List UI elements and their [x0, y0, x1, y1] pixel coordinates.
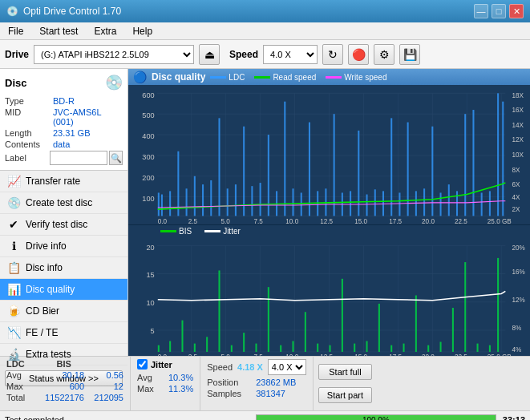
sidebar-item-drive-info[interactable]: ℹ Drive info: [0, 236, 127, 257]
menu-start-test[interactable]: Start test: [34, 24, 83, 38]
bis-avg: 0.56: [87, 370, 123, 380]
burn-button[interactable]: 🔴: [348, 44, 369, 65]
svg-rect-61: [502, 102, 504, 216]
svg-rect-129: [464, 262, 466, 352]
svg-text:20.0: 20.0: [422, 218, 435, 224]
svg-rect-132: [497, 258, 499, 352]
save-button[interactable]: 💾: [399, 44, 420, 65]
mid-label: MID: [5, 107, 53, 127]
jitter-checkbox[interactable]: [137, 359, 148, 370]
svg-rect-55: [456, 191, 458, 216]
sidebar-item-cd-bier[interactable]: 🍺 CD Bier: [0, 301, 127, 322]
speed-stat-selector[interactable]: 4.0 X: [268, 359, 306, 375]
disc-quality-header: 🔵 Disc quality LDC Read speed Write spee…: [128, 69, 530, 85]
legend-write-speed: Write speed: [344, 73, 386, 82]
svg-rect-107: [194, 343, 196, 351]
sidebar-item-verify-test[interactable]: ✔ Verify test disc: [0, 214, 127, 236]
svg-rect-109: [218, 270, 220, 352]
progress-text: 100.0%: [362, 415, 390, 421]
menu-file[interactable]: File: [3, 24, 28, 38]
menu-bar: File Start test Extra Help: [0, 22, 530, 40]
svg-rect-58: [481, 192, 483, 216]
close-button[interactable]: ✕: [509, 4, 524, 18]
verify-test-icon: ✔: [6, 218, 21, 231]
svg-text:10: 10: [146, 299, 154, 307]
sidebar-item-fe-te[interactable]: 📉 FE / TE: [0, 322, 127, 344]
svg-rect-37: [309, 123, 310, 216]
svg-rect-127: [440, 341, 442, 351]
svg-rect-108: [206, 337, 208, 352]
settings-button[interactable]: ⚙: [374, 44, 394, 65]
start-part-button[interactable]: Start part: [318, 387, 372, 403]
speed-selector[interactable]: 4.0 X: [263, 45, 318, 64]
svg-text:20: 20: [146, 243, 154, 251]
svg-text:8%: 8%: [512, 325, 522, 332]
svg-rect-118: [330, 345, 331, 351]
label-label: Label: [5, 153, 50, 163]
charts-container: 600 500 400 300 200 100 18X 16X 14X 12X …: [128, 85, 530, 356]
ldc-header: LDC: [6, 359, 25, 369]
svg-text:22.5: 22.5: [455, 353, 467, 356]
svg-text:0.0: 0.0: [158, 353, 168, 356]
sidebar-item-label: Disc quality: [26, 284, 75, 295]
minimize-button[interactable]: —: [474, 4, 488, 18]
svg-text:4%: 4%: [512, 346, 522, 353]
svg-text:12.5: 12.5: [320, 353, 333, 356]
refresh-button[interactable]: ↻: [322, 44, 343, 65]
svg-rect-23: [194, 176, 196, 216]
status-time: 33:13: [503, 415, 525, 421]
svg-rect-19: [161, 195, 163, 216]
svg-text:10X: 10X: [512, 151, 524, 159]
jitter-avg: 10.3%: [168, 373, 193, 382]
svg-text:15: 15: [146, 270, 154, 278]
svg-text:600: 600: [142, 91, 154, 99]
svg-text:6X: 6X: [512, 181, 521, 188]
jitter-max: 11.3%: [168, 384, 193, 394]
svg-text:8X: 8X: [512, 167, 521, 174]
sidebar-item-transfer-rate[interactable]: 📈 Transfer rate: [0, 171, 127, 192]
legend: LDC Read speed Write speed: [210, 73, 386, 82]
svg-rect-111: [243, 333, 245, 352]
svg-text:2.5: 2.5: [188, 353, 198, 356]
sidebar-item-create-test[interactable]: 💿 Create test disc: [0, 192, 127, 214]
svg-text:7.5: 7.5: [253, 218, 263, 224]
app-title: Opti Drive Control 1.70: [23, 6, 121, 17]
svg-text:12X: 12X: [512, 136, 524, 143]
svg-text:100: 100: [142, 195, 154, 203]
svg-rect-120: [354, 343, 355, 351]
disc-quality-title: Disc quality: [152, 71, 205, 83]
label-input[interactable]: [50, 151, 107, 165]
svg-text:300: 300: [142, 153, 154, 161]
drive-selector[interactable]: (G:) ATAPI iHBS212 2.5L09: [34, 45, 194, 64]
eject-button[interactable]: ⏏: [199, 44, 220, 65]
svg-rect-131: [489, 345, 491, 351]
svg-rect-22: [186, 188, 188, 216]
svg-rect-31: [260, 183, 261, 216]
svg-rect-122: [378, 304, 380, 352]
svg-text:17.5: 17.5: [389, 218, 402, 224]
start-full-button[interactable]: Start full: [318, 364, 372, 380]
sidebar-item-label: Drive info: [26, 240, 67, 252]
menu-extra[interactable]: Extra: [89, 24, 121, 38]
svg-rect-21: [177, 151, 179, 216]
disc-label: Disc: [5, 77, 26, 89]
sidebar-item-label: Transfer rate: [26, 176, 80, 187]
sidebar-item-disc-quality[interactable]: 📊 Disc quality: [0, 279, 127, 301]
svg-rect-30: [251, 186, 253, 216]
maximize-button[interactable]: □: [492, 4, 506, 18]
svg-text:400: 400: [142, 132, 154, 140]
jitter-header: Jitter: [151, 360, 172, 370]
top-chart-svg: 600 500 400 300 200 100 18X 16X 14X 12X …: [128, 85, 530, 224]
sidebar-item-disc-info[interactable]: 📋 Disc info: [0, 257, 127, 279]
svg-text:12%: 12%: [512, 297, 526, 304]
menu-help[interactable]: Help: [127, 24, 157, 38]
label-search-button[interactable]: 🔍: [109, 151, 123, 165]
svg-text:20.0: 20.0: [422, 353, 435, 356]
svg-rect-123: [390, 345, 392, 351]
svg-rect-56: [464, 114, 466, 216]
svg-rect-57: [472, 110, 474, 216]
contents-label: Contents: [5, 139, 53, 149]
svg-rect-48: [399, 192, 400, 216]
svg-rect-110: [231, 345, 233, 351]
drive-label: Drive: [5, 49, 29, 60]
